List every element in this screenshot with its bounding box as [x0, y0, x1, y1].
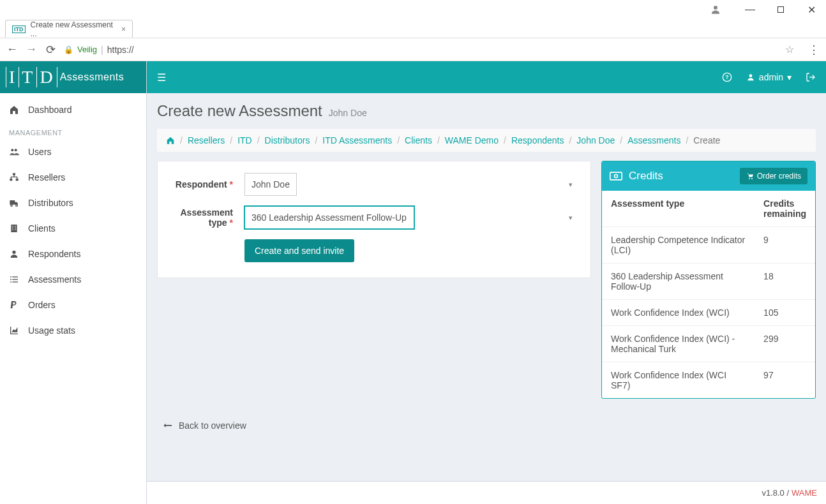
os-maximize-button[interactable] — [771, 4, 790, 15]
os-minimize-button[interactable]: — — [740, 4, 760, 15]
sidebar-item-resellers[interactable]: Resellers — [0, 165, 146, 190]
cart-icon — [746, 172, 754, 180]
browser-addressbar: ← → ⟳ 🔒 Veilig | https:// ☆ ⋮ — [0, 38, 826, 61]
breadcrumb-link[interactable]: Distributors — [265, 135, 310, 145]
breadcrumb-link[interactable]: Resellers — [188, 135, 225, 145]
sidebar-item-orders[interactable]: Orders — [0, 292, 146, 318]
omnibox-divider: | — [101, 45, 103, 55]
bookmark-star-icon[interactable]: ☆ — [785, 43, 794, 56]
svg-point-2 — [15, 149, 17, 151]
assessment-type-label: Assessment type * — [169, 207, 233, 228]
svg-point-24 — [749, 74, 753, 77]
breadcrumb-link[interactable]: ITD — [237, 135, 252, 145]
svg-rect-16 — [10, 276, 11, 277]
page-title: Create new Assessment John Doe — [157, 102, 816, 120]
sidebar-item-label: Resellers — [28, 172, 65, 182]
create-and-send-invite-button[interactable]: Create and send invite — [244, 239, 354, 262]
sidebar-item-label: Usage stats — [28, 325, 75, 336]
breadcrumb-link[interactable]: WAME Demo — [445, 135, 499, 145]
sidebar-item-assessments[interactable]: Assessments — [0, 267, 146, 292]
os-account-icon[interactable] — [710, 4, 729, 15]
svg-point-1 — [11, 149, 13, 151]
menu-toggle-icon[interactable]: ☰ — [157, 71, 166, 84]
tab-favicon: ITD — [12, 26, 26, 33]
footer-brand[interactable]: WAME — [792, 488, 817, 498]
topbar: ☰ ? admin ▾ — [147, 61, 826, 93]
svg-rect-21 — [12, 281, 18, 282]
os-close-button[interactable]: ✕ — [802, 4, 821, 16]
breadcrumb-link[interactable]: Clients — [405, 135, 432, 145]
omnibox[interactable]: 🔒 Veilig | https:// — [64, 41, 777, 58]
browser-tabstrip: ITD Create new Assessment ... × — [0, 19, 826, 38]
brand-logo[interactable]: ITD Assessments — [0, 61, 146, 93]
credits-table: Assessment type Credits remaining Leader… — [602, 191, 815, 398]
svg-rect-18 — [10, 279, 11, 279]
help-icon[interactable]: ? — [722, 72, 732, 82]
nav-back-icon[interactable]: ← — [6, 43, 18, 56]
credits-head-type: Assessment type — [602, 191, 755, 227]
browser-tab[interactable]: ITD Create new Assessment ... × — [5, 20, 133, 38]
breadcrumb-link[interactable]: Respondents — [511, 135, 564, 145]
back-to-overview-link[interactable]: 🠔 Back to overview — [157, 420, 816, 431]
svg-rect-10 — [15, 226, 15, 226]
svg-rect-12 — [15, 228, 15, 228]
omnibox-url: https:// — [107, 45, 134, 55]
svg-rect-3 — [13, 173, 15, 175]
svg-text:?: ? — [725, 74, 728, 80]
svg-rect-11 — [12, 228, 13, 228]
tab-close-icon[interactable]: × — [121, 25, 126, 34]
credits-head-remaining: Credits remaining — [755, 191, 815, 227]
svg-point-6 — [11, 205, 13, 207]
credits-row: Work Confidence Index (WCI) - Mechanical… — [602, 326, 815, 362]
svg-point-28 — [751, 178, 753, 179]
secure-label: Veilig — [77, 45, 97, 54]
sidebar: ITD Assessments Dashboard MANAGEMENT Use… — [0, 61, 147, 504]
breadcrumb-link[interactable]: ITD Assessments — [322, 135, 392, 145]
truck-icon — [9, 198, 20, 208]
user-label: admin — [759, 72, 783, 82]
credits-row: Work Confidence Index (WCI) 105 — [602, 300, 815, 326]
sidebar-item-label: Orders — [28, 300, 56, 310]
brand-logo-sub: Assessments — [60, 71, 124, 83]
list-icon — [9, 274, 20, 285]
svg-rect-14 — [15, 229, 15, 230]
svg-point-0 — [714, 6, 717, 10]
breadcrumb-link[interactable]: Assessments — [627, 135, 680, 145]
respondent-select[interactable]: John Doe — [244, 173, 297, 196]
paypal-icon — [9, 300, 20, 310]
home-icon — [9, 105, 20, 115]
breadcrumb-home-icon[interactable] — [166, 136, 175, 145]
browser-menu-icon[interactable]: ⋮ — [808, 43, 820, 57]
logout-icon[interactable] — [806, 72, 816, 82]
svg-rect-5 — [16, 179, 19, 181]
assessment-type-select[interactable]: 360 Leadership Assessment Follow-Up — [244, 206, 414, 229]
sidebar-item-users[interactable]: Users — [0, 139, 146, 165]
svg-rect-19 — [12, 279, 18, 279]
sidebar-item-clients[interactable]: Clients — [0, 216, 146, 241]
breadcrumb: / Resellers/ ITD/ Distributors/ ITD Asse… — [157, 129, 816, 152]
sidebar-item-label: Users — [28, 147, 52, 157]
credits-row: Work Confidence Index (WCI SF7) 97 — [602, 362, 815, 399]
user-icon — [9, 249, 20, 259]
user-menu[interactable]: admin ▾ — [746, 72, 792, 82]
sidebar-item-dashboard[interactable]: Dashboard — [0, 97, 146, 122]
brand-logo-main: ITD — [6, 67, 57, 87]
credits-row: 360 Leadership Assessment Follow-Up 18 — [602, 263, 815, 300]
sidebar-item-respondents[interactable]: Respondents — [0, 241, 146, 267]
svg-rect-25 — [610, 172, 622, 180]
sidebar-item-distributors[interactable]: Distributors — [0, 190, 146, 216]
page-title-text: Create new Assessment — [157, 102, 322, 120]
footer-version: v1.8.0 / — [762, 488, 789, 498]
svg-rect-4 — [10, 179, 12, 181]
lock-icon: 🔒 — [64, 45, 73, 54]
breadcrumb-link[interactable]: John Doe — [576, 135, 615, 145]
create-assessment-form: Respondent * John Doe Assessment type * … — [157, 161, 591, 278]
sidebar-item-label: Clients — [28, 223, 56, 233]
sidebar-item-usage-stats[interactable]: Usage stats — [0, 318, 146, 343]
chart-icon — [9, 325, 20, 336]
order-credits-button[interactable]: Order credits — [740, 168, 807, 184]
nav-reload-icon[interactable]: ⟳ — [45, 43, 56, 57]
svg-point-15 — [12, 251, 15, 254]
breadcrumb-current: Create — [693, 135, 720, 145]
nav-forward-icon[interactable]: → — [26, 43, 37, 56]
